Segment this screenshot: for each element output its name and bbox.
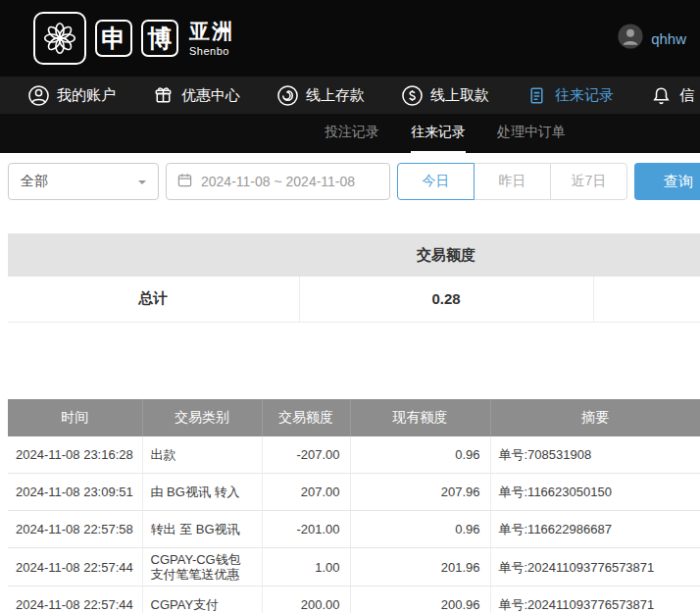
- withdraw-coin-icon: [401, 84, 424, 107]
- time-cell: 2024-11-08 23:16:28: [8, 436, 142, 474]
- top-header: 申 博 亚洲 Shenbo qhhw: [0, 0, 700, 77]
- sub-nav: 投注记录 往来记录 处理中订单: [0, 114, 700, 153]
- brand-char-2: 博: [141, 20, 178, 57]
- filter-bar: 全部 2024-11-08 ~ 2024-11-08 今日 昨日 近7日 查询: [8, 163, 700, 200]
- balance-cell: 0.96: [350, 511, 490, 548]
- amount-cell: 1.00: [262, 548, 350, 587]
- col-balance: 现有额度: [350, 399, 490, 436]
- amount-cell: -201.00: [262, 511, 350, 548]
- summary-empty-cell: [593, 277, 700, 322]
- amount-cell: 207.00: [262, 474, 350, 511]
- transactions-header-row: 时间 交易类别 交易额度 现有额度 摘要: [8, 399, 700, 436]
- gift-icon: [152, 84, 175, 107]
- nav-item-label: 线上取款: [430, 86, 489, 105]
- flower-logo-icon: [33, 12, 86, 65]
- balance-cell: 207.96: [350, 474, 490, 511]
- time-cell: 2024-11-08 22:57:44: [8, 548, 142, 587]
- main-nav: 我的账户 优惠中心 线上存款 线上取款: [0, 77, 700, 114]
- brand-region: 亚洲: [189, 20, 234, 42]
- nav-item-promotions[interactable]: 优惠中心: [152, 84, 240, 107]
- col-time: 时间: [8, 399, 142, 436]
- summary-table: 交易额度 总计 0.28: [8, 233, 700, 323]
- ref-cell: 单号:708531908: [490, 436, 700, 474]
- time-cell: 2024-11-08 22:57:44: [8, 587, 142, 613]
- nav-item-transactions[interactable]: 往来记录: [525, 84, 614, 107]
- transaction-row: 2024-11-08 22:57:58 转出 至 BG视讯 -201.00 0.…: [8, 511, 700, 548]
- nav-item-withdraw[interactable]: 线上取款: [401, 84, 489, 107]
- quick-range-group: 今日 昨日 近7日: [397, 163, 627, 200]
- time-cell: 2024-11-08 22:57:58: [8, 511, 142, 548]
- brand-logo[interactable]: 申 博 亚洲 Shenbo: [33, 12, 234, 65]
- select-value: 全部: [21, 173, 48, 190]
- transactions-table: 时间 交易类别 交易额度 现有额度 摘要 2024-11-08 23:16:28…: [8, 399, 700, 613]
- col-type: 交易类别: [142, 399, 262, 436]
- summary-header-spacer: [593, 233, 700, 277]
- ref-cell: 单号:116623050150: [490, 474, 700, 511]
- type-cell: 由 BG视讯 转入: [142, 474, 262, 511]
- ref-cell: 单号:202411093776573871: [490, 587, 700, 613]
- brand-latin: Shenbo: [189, 45, 234, 57]
- summary-total-value: 0.28: [299, 277, 593, 322]
- transaction-row: 2024-11-08 22:57:44 CGPAY-CG钱包支付笔笔送优惠 1.…: [8, 548, 700, 587]
- tab-betting-records[interactable]: 投注记录: [325, 114, 379, 153]
- summary-header-spacer: [8, 233, 299, 277]
- calendar-icon: [177, 173, 192, 190]
- brand-char-1: 申: [95, 20, 132, 57]
- nav-item-messages[interactable]: 信: [650, 84, 694, 107]
- col-summary: 摘要: [490, 399, 700, 436]
- date-range-input[interactable]: 2024-11-08 ~ 2024-11-08: [166, 163, 390, 200]
- date-range-text: 2024-11-08 ~ 2024-11-08: [201, 174, 355, 189]
- type-filter-select[interactable]: 全部: [8, 163, 159, 200]
- summary-total-row: 总计 0.28: [8, 277, 700, 322]
- summary-total-label: 总计: [8, 277, 299, 322]
- user-account[interactable]: qhhw: [617, 23, 686, 54]
- type-cell: 转出 至 BG视讯: [142, 511, 262, 548]
- brand-text: 亚洲 Shenbo: [189, 20, 234, 57]
- type-cell: CGPAY-CG钱包支付笔笔送优惠: [142, 548, 262, 587]
- deposit-coin-icon: [276, 84, 299, 107]
- balance-cell: 200.96: [350, 587, 490, 613]
- search-button[interactable]: 查询: [634, 163, 700, 200]
- col-amount: 交易额度: [262, 399, 350, 436]
- last7days-button[interactable]: 近7日: [550, 163, 627, 200]
- nav-item-label: 信: [679, 86, 694, 105]
- yesterday-button[interactable]: 昨日: [474, 163, 551, 200]
- nav-item-my-account[interactable]: 我的账户: [27, 84, 116, 107]
- username-text: qhhw: [651, 30, 686, 47]
- transaction-row: 2024-11-08 23:16:28 出款 -207.00 0.96 单号:7…: [8, 436, 700, 474]
- tab-transaction-records[interactable]: 往来记录: [411, 114, 466, 153]
- nav-item-label: 优惠中心: [181, 86, 240, 105]
- user-icon: [27, 84, 50, 107]
- transaction-row: 2024-11-08 22:57:44 CGPAY支付 200.00 200.9…: [8, 587, 700, 613]
- type-cell: CGPAY支付: [142, 587, 262, 613]
- time-cell: 2024-11-08 23:09:51: [8, 474, 142, 511]
- type-cell: 出款: [142, 436, 262, 474]
- nav-item-label: 线上存款: [306, 86, 365, 105]
- balance-cell: 0.96: [350, 436, 490, 474]
- bell-icon: [650, 84, 673, 107]
- transaction-row: 2024-11-08 23:09:51 由 BG视讯 转入 207.00 207…: [8, 474, 700, 511]
- records-icon: [525, 84, 548, 107]
- summary-header-label: 交易额度: [299, 233, 593, 277]
- amount-cell: 200.00: [262, 587, 350, 613]
- chevron-down-icon: [138, 180, 146, 188]
- summary-header-row: 交易额度: [8, 233, 700, 277]
- ref-cell: 单号:116622986687: [490, 511, 700, 548]
- tab-processing-orders[interactable]: 处理中订单: [497, 114, 566, 153]
- nav-item-label: 我的账户: [57, 86, 116, 105]
- ref-cell: 单号:202411093776573871: [490, 548, 700, 587]
- balance-cell: 201.96: [350, 548, 490, 587]
- amount-cell: -207.00: [262, 436, 350, 474]
- nav-item-deposit[interactable]: 线上存款: [276, 84, 365, 107]
- today-button[interactable]: 今日: [397, 163, 475, 200]
- nav-item-label: 往来记录: [555, 86, 614, 105]
- user-avatar-icon: [617, 23, 644, 54]
